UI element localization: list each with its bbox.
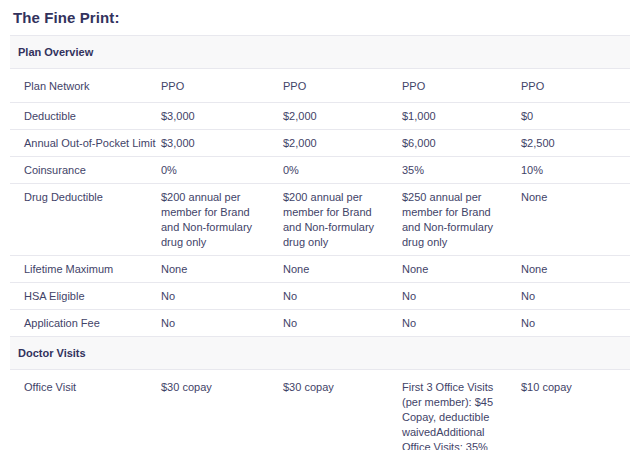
cell-value: $6,000 bbox=[402, 136, 521, 151]
row-label: HSA Eligible bbox=[10, 289, 161, 304]
cell-value: No bbox=[161, 289, 283, 304]
table-row: HSA Eligible No No No No bbox=[10, 282, 630, 309]
row-label: Coinsurance bbox=[10, 163, 161, 178]
cell-value: No bbox=[161, 316, 283, 331]
cell-value: $250 annual per member for Brand and Non… bbox=[402, 190, 521, 250]
cell-value: $0 bbox=[521, 109, 630, 124]
cell-value: $2,000 bbox=[283, 109, 402, 124]
row-label: Application Fee bbox=[10, 316, 161, 331]
table-row: Lifetime Maximum None None None None bbox=[10, 255, 630, 282]
section-header-plan-overview: Plan Overview bbox=[10, 35, 630, 68]
section-header-doctor-visits: Doctor Visits bbox=[10, 336, 630, 369]
cell-value: No bbox=[521, 316, 630, 331]
page-title: The Fine Print: bbox=[10, 8, 630, 35]
cell-value: First 3 Office Visits (per member): $45 … bbox=[402, 380, 521, 450]
plan-comparison-page: The Fine Print: Plan Overview Plan Netwo… bbox=[0, 0, 640, 450]
row-label: Office Visit bbox=[10, 380, 161, 395]
row-label: Annual Out-of-Pocket Limit bbox=[10, 136, 161, 151]
table-row: Deductible $3,000 $2,000 $1,000 $0 bbox=[10, 102, 630, 129]
plan-comparison-table: Plan Overview Plan Network PPO PPO PPO P… bbox=[10, 35, 630, 450]
cell-value: None bbox=[402, 262, 521, 277]
cell-value: None bbox=[521, 190, 630, 205]
table-row: Office Visit $30 copay $30 copay First 3… bbox=[10, 369, 630, 450]
cell-value: $200 annual per member for Brand and Non… bbox=[283, 190, 402, 250]
cell-value: $2,000 bbox=[283, 136, 402, 151]
cell-value: 0% bbox=[283, 163, 402, 178]
table-row: Drug Deductible $200 annual per member f… bbox=[10, 183, 630, 255]
row-label: Drug Deductible bbox=[10, 190, 161, 205]
cell-value: None bbox=[161, 262, 283, 277]
cell-value: None bbox=[283, 262, 402, 277]
table-row: Application Fee No No No No bbox=[10, 309, 630, 336]
table-row: Coinsurance 0% 0% 35% 10% bbox=[10, 156, 630, 183]
cell-value: PPO bbox=[402, 79, 521, 94]
cell-value: $3,000 bbox=[161, 109, 283, 124]
cell-value: PPO bbox=[283, 79, 402, 94]
cell-value: No bbox=[402, 289, 521, 304]
cell-value: $30 copay bbox=[283, 380, 402, 395]
cell-value: 0% bbox=[161, 163, 283, 178]
cell-value: PPO bbox=[161, 79, 283, 94]
cell-value: None bbox=[521, 262, 630, 277]
cell-value: $3,000 bbox=[161, 136, 283, 151]
cell-value: No bbox=[283, 289, 402, 304]
row-label: Lifetime Maximum bbox=[10, 262, 161, 277]
table-row: Plan Network PPO PPO PPO PPO bbox=[10, 68, 630, 102]
row-label: Deductible bbox=[10, 109, 161, 124]
cell-value: 10% bbox=[521, 163, 630, 178]
table-row: Annual Out-of-Pocket Limit $3,000 $2,000… bbox=[10, 129, 630, 156]
row-label: Plan Network bbox=[10, 79, 161, 94]
cell-value: $200 annual per member for Brand and Non… bbox=[161, 190, 283, 250]
cell-value: $2,500 bbox=[521, 136, 630, 151]
cell-value: $1,000 bbox=[402, 109, 521, 124]
cell-value: 35% bbox=[402, 163, 521, 178]
cell-value: $10 copay bbox=[521, 380, 630, 395]
cell-value: PPO bbox=[521, 79, 630, 94]
cell-value: No bbox=[521, 289, 630, 304]
cell-value: No bbox=[283, 316, 402, 331]
cell-value: $30 copay bbox=[161, 380, 283, 395]
cell-value: No bbox=[402, 316, 521, 331]
